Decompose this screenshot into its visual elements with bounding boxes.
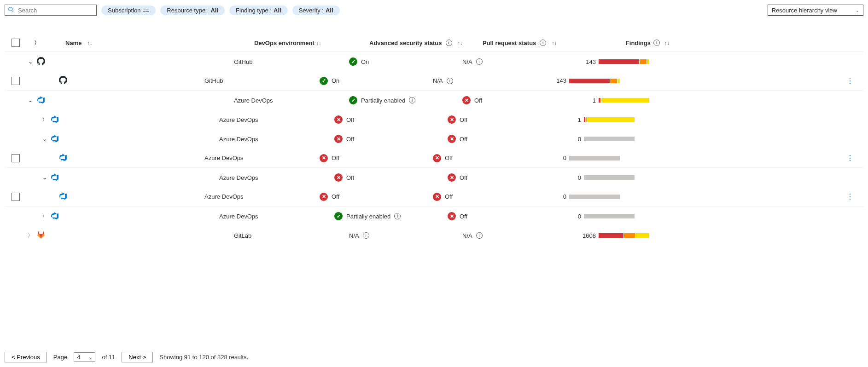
pr-status-cell: N/Ai [433,77,546,84]
table-row[interactable]: Azure DevOps✕Off✕Off0⋮ [5,149,863,168]
findings-cell: 1608 [576,232,649,239]
pr-status-cell: ✕Off [448,173,561,182]
security-status-cell: N/Ai [349,232,462,239]
grid-header-row: 〉 Name↑↓ DevOps environment↑↓ Advanced s… [5,34,863,52]
svg-point-0 [9,7,12,11]
findings-cell: 0 [546,193,620,200]
info-icon[interactable]: i [476,58,483,65]
select-all-checkbox[interactable] [12,39,20,47]
filter-severity-value: All [326,7,333,14]
chevron-down-icon: ⌄ [856,8,859,13]
status-off-icon: ✕ [334,135,343,143]
info-icon[interactable]: i [540,40,546,46]
pr-status-cell: ✕Off [448,135,561,143]
filter-finding-type[interactable]: Finding type : All [229,6,288,15]
column-header-pr[interactable]: Pull request status i ↑↓ [483,40,596,46]
env-cell: Azure DevOps [219,213,334,220]
findings-cell: 143 [546,77,620,84]
env-cell: GitHub [234,58,349,65]
status-on-icon: ✓ [320,77,328,85]
table-row[interactable]: GitHub✓OnN/Ai143⋮ [5,71,863,91]
ado-icon [51,212,59,221]
more-menu-button[interactable]: ⋮ [846,76,854,85]
info-icon[interactable]: i [653,40,660,46]
env-cell: Azure DevOps [219,136,334,143]
table-row[interactable]: ⌄GitHub✓OnN/Ai143 [5,52,863,71]
row-checkbox[interactable] [12,154,20,162]
view-dropdown-label: Resource hierarchy view [772,7,837,14]
row-checkbox[interactable] [12,77,20,85]
filter-finding-type-value: All [274,7,281,14]
security-status-cell: ✓On [320,77,433,85]
info-icon[interactable]: i [476,232,483,239]
findings-bar [584,214,635,218]
search-input[interactable] [17,6,96,14]
resource-grid: 〉 Name↑↓ DevOps environment↑↓ Advanced s… [5,34,863,245]
security-status-cell: ✓On [349,57,462,66]
table-row[interactable]: ⌄Azure DevOps✕Off✕Off0 [5,168,863,187]
table-row[interactable]: 〉Azure DevOps✓Partially enabledi✕Off0 [5,206,863,226]
table-row[interactable]: 〉Azure DevOps✕Off✕Off1 [5,110,863,129]
env-cell: Azure DevOps [234,97,349,104]
ado-icon [59,153,67,163]
findings-cell: 1 [576,97,649,104]
findings-cell: 143 [576,58,649,65]
chevron-down-icon[interactable]: ⌄ [27,97,34,103]
column-header-security[interactable]: Advanced security status i ↑↓ [369,40,483,46]
chevron-down-icon[interactable]: ⌄ [41,174,48,181]
info-icon[interactable]: i [447,78,453,84]
info-icon[interactable]: i [363,232,369,239]
filter-resource-type[interactable]: Resource type : All [160,6,225,15]
table-row[interactable]: Azure DevOps✕Off✕Off0⋮ [5,187,863,206]
status-off-icon: ✕ [448,212,456,220]
gitlab-icon [37,231,45,241]
filter-subscription[interactable]: Subscription == [101,6,156,15]
github-icon [37,57,45,67]
filter-subscription-label: Subscription == [108,7,149,14]
findings-bar [584,137,635,141]
row-checkbox[interactable] [12,193,20,201]
security-status-cell: ✕Off [320,154,433,162]
status-off-icon: ✕ [334,173,343,182]
sort-icon: ↑↓ [664,40,670,46]
status-off-icon: ✕ [320,154,328,162]
findings-bar [569,156,620,161]
status-off-icon: ✕ [448,173,456,182]
chevron-down-icon[interactable]: ⌄ [27,58,34,65]
column-header-findings[interactable]: Findings i ↑↓ [596,40,670,46]
ado-icon [59,192,67,201]
chevron-right-icon[interactable]: 〉 [27,232,34,240]
table-row[interactable]: ⌄Azure DevOps✓Partially enabledi✕Off1 [5,91,863,110]
findings-bar [569,79,620,83]
search-input-wrapper[interactable] [5,5,97,16]
expand-all-toggle[interactable]: 〉 [33,39,41,47]
info-icon[interactable]: i [394,213,401,219]
security-status-cell: ✓Partially enabledi [349,96,462,104]
more-menu-button[interactable]: ⋮ [846,192,854,201]
pr-status-cell: ✕Off [462,96,576,104]
filter-severity[interactable]: Severity : All [292,6,340,15]
status-off-icon: ✕ [334,115,343,124]
view-dropdown[interactable]: Resource hierarchy view ⌄ [768,5,863,16]
info-icon[interactable]: i [446,40,452,46]
pr-status-cell: N/Ai [462,232,576,239]
more-menu-button[interactable]: ⋮ [846,154,854,162]
chevron-down-icon[interactable]: ⌄ [41,136,48,142]
findings-cell: 0 [546,155,620,161]
ado-icon [37,96,45,105]
chevron-right-icon[interactable]: 〉 [41,212,48,220]
filter-resource-type-value: All [210,7,218,14]
findings-bar [599,233,649,238]
status-on-icon: ✓ [349,57,357,66]
column-header-name[interactable]: Name↑↓ [47,40,254,46]
info-icon[interactable]: i [409,97,415,103]
table-row[interactable]: ⌄Azure DevOps✕Off✕Off0 [5,129,863,149]
column-header-env[interactable]: DevOps environment↑↓ [254,40,369,46]
pr-status-cell: N/Ai [462,58,576,65]
pr-status-cell: ✕Off [448,115,561,124]
table-row[interactable]: 〉GitLabN/AiN/Ai1608 [5,226,863,245]
sort-icon: ↑↓ [316,40,321,46]
security-status-cell: ✕Off [334,135,448,143]
env-cell: Azure DevOps [204,193,320,200]
chevron-right-icon[interactable]: 〉 [41,116,48,124]
